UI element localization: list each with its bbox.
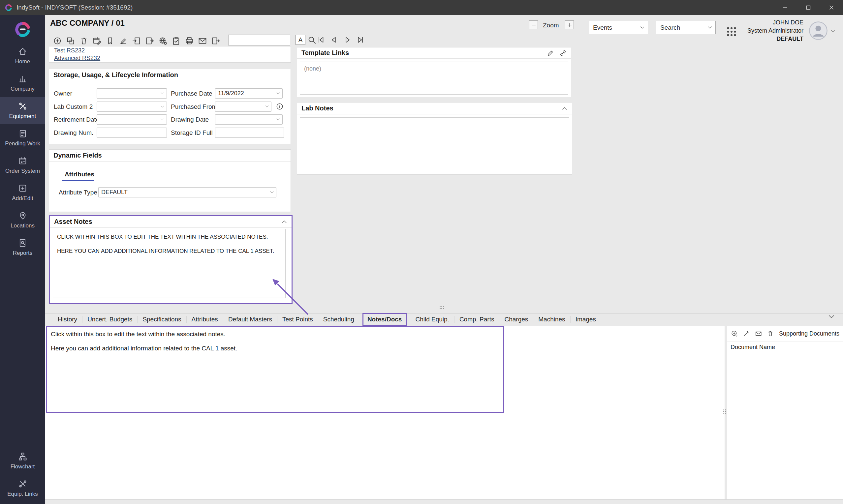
storage-id-full-input[interactable] — [215, 128, 284, 138]
purchased-from-select[interactable] — [215, 102, 271, 112]
maximize-button[interactable] — [797, 0, 820, 15]
add-record-icon[interactable] — [53, 36, 62, 46]
next-record-icon[interactable] — [343, 36, 352, 45]
window-title: IndySoft - INDYSOFT (Session: #351692) — [17, 4, 133, 11]
tab-scheduling[interactable]: Scheduling — [318, 316, 359, 323]
last-record-icon[interactable] — [356, 36, 365, 45]
sidebar-item-home[interactable]: Home — [0, 42, 45, 70]
sidebar-item-flowchart[interactable]: Flowchart — [0, 447, 45, 475]
sidebar-item-equip-links[interactable]: Equip. Links — [0, 475, 45, 502]
purchase-date-select[interactable]: 11/9/2022 — [215, 88, 283, 98]
edit-record-icon[interactable] — [119, 36, 128, 46]
link-test-rs232[interactable]: Test RS232 — [54, 47, 85, 54]
zoom-out-button[interactable] — [529, 20, 538, 29]
checklist-icon[interactable] — [172, 36, 181, 46]
attribute-type-value: DEFAULT — [101, 189, 128, 196]
edit-pencil-icon[interactable] — [547, 50, 554, 57]
notes-docs-textarea[interactable]: Click within this box to edit the text w… — [46, 326, 504, 413]
sidebar-bottom: Flowchart Equip. Links — [0, 447, 45, 502]
template-links-content[interactable]: (none) — [300, 61, 568, 95]
search-icon[interactable] — [308, 36, 317, 45]
account-chevron-down-icon[interactable] — [830, 28, 836, 34]
delete-document-icon[interactable] — [767, 330, 774, 338]
previous-record-icon[interactable] — [330, 36, 339, 45]
copy-record-icon[interactable] — [132, 36, 141, 46]
sidebar-item-company[interactable]: Company — [0, 70, 45, 97]
asset-notes-textarea[interactable]: CLICK WITHIN THIS BOX TO EDIT THE TEXT W… — [53, 229, 286, 298]
tab-comp-parts[interactable]: Comp. Parts — [454, 316, 499, 323]
vertical-splitter-handle[interactable] — [723, 409, 726, 414]
tab-notes-docs[interactable]: Notes/Docs — [363, 313, 407, 326]
send-record-icon[interactable] — [211, 36, 220, 46]
tab-uncert-budgets[interactable]: Uncert. Budgets — [82, 316, 137, 323]
sidebar-item-add-edit[interactable]: Add/Edit — [0, 179, 45, 206]
tab-child-equip[interactable]: Child Equip. — [410, 316, 454, 323]
web-link-icon[interactable] — [158, 36, 168, 46]
delete-record-icon[interactable] — [79, 36, 88, 46]
document-list[interactable] — [727, 353, 843, 500]
equipment-links-panel: Test RS232 Advanced RS232 — [49, 46, 291, 62]
sidebar-item-reports[interactable]: Reports — [0, 234, 45, 261]
tab-test-points[interactable]: Test Points — [277, 316, 318, 323]
zoom-label: Zoom — [543, 22, 559, 29]
duplicate-record-icon[interactable] — [66, 36, 75, 46]
sidebar-item-label: Pending Work — [5, 140, 40, 147]
chevron-down-icon — [640, 26, 645, 29]
tab-images[interactable]: Images — [570, 316, 601, 323]
close-button[interactable] — [820, 0, 843, 15]
drawing-date-select[interactable] — [215, 114, 283, 125]
bookmark-icon[interactable] — [106, 36, 115, 46]
match-case-button[interactable]: A — [296, 35, 305, 45]
document-name-column-header[interactable]: Document Name — [727, 341, 843, 353]
drawing-num-input[interactable] — [96, 128, 167, 138]
info-icon[interactable] — [276, 103, 284, 112]
email-document-icon[interactable] — [755, 330, 762, 338]
link-advanced-rs232[interactable]: Advanced RS232 — [54, 55, 100, 61]
tab-charges[interactable]: Charges — [499, 316, 533, 323]
wand-icon[interactable] — [743, 330, 750, 338]
search-dropdown[interactable]: Search — [656, 21, 716, 34]
sidebar-item-pending-work[interactable]: Pending Work — [0, 124, 45, 151]
purchased-from-label: Purchased From — [171, 102, 217, 112]
chevron-down-icon — [276, 118, 280, 121]
owner-label: Owner — [54, 88, 72, 98]
email-icon[interactable] — [198, 36, 207, 46]
minimize-button[interactable] — [774, 0, 797, 15]
calendar-edit-icon[interactable] — [92, 36, 102, 46]
add-document-icon[interactable] — [731, 330, 738, 338]
attribute-type-select[interactable]: DEFAULT — [98, 187, 276, 197]
tab-machines[interactable]: Machines — [533, 316, 570, 323]
sidebar: Home Company Equipment Pending Work Orde… — [0, 15, 45, 504]
sidebar-item-locations[interactable]: Locations — [0, 206, 45, 234]
print-icon[interactable] — [185, 36, 194, 46]
zoom-in-button[interactable] — [565, 20, 574, 29]
link-chain-icon[interactable] — [559, 50, 567, 57]
paste-record-icon[interactable] — [145, 36, 154, 46]
horizontal-splitter-handle[interactable] — [440, 306, 444, 309]
bottom-scroll-strip[interactable] — [45, 499, 843, 504]
asset-notes-line: HERE YOU CAN ADD ADDITIONAL INFORMATION … — [57, 248, 281, 254]
lab-notes-textarea[interactable] — [300, 118, 569, 172]
owner-select[interactable] — [96, 88, 167, 98]
template-links-title: Template Links — [301, 49, 349, 57]
tab-history[interactable]: History — [53, 316, 82, 323]
tab-default-masters[interactable]: Default Masters — [223, 316, 277, 323]
lab-custom-2-select[interactable] — [96, 102, 167, 112]
template-links-panel: Template Links (none) — [297, 47, 571, 97]
toolbar-search-input[interactable] — [228, 35, 290, 46]
avatar[interactable] — [809, 21, 828, 41]
sidebar-item-label: Flowchart — [11, 464, 35, 470]
collapse-chevron-up-icon[interactable] — [562, 106, 568, 110]
tab-attributes[interactable]: Attributes — [65, 171, 94, 178]
retirement-date-select[interactable] — [96, 114, 167, 125]
chevron-down-icon — [265, 105, 269, 108]
tab-specifications[interactable]: Specifications — [137, 316, 186, 323]
first-record-icon[interactable] — [317, 36, 326, 45]
events-dropdown[interactable]: Events — [589, 21, 648, 34]
tab-attributes[interactable]: Attributes — [186, 316, 223, 323]
sidebar-item-equipment[interactable]: Equipment — [0, 97, 45, 124]
scroll-chevron-down-icon[interactable] — [828, 314, 835, 320]
sidebar-item-order-system[interactable]: Order System — [0, 151, 45, 179]
tab-attributes-underline — [62, 180, 94, 181]
collapse-chevron-up-icon[interactable] — [281, 220, 287, 224]
